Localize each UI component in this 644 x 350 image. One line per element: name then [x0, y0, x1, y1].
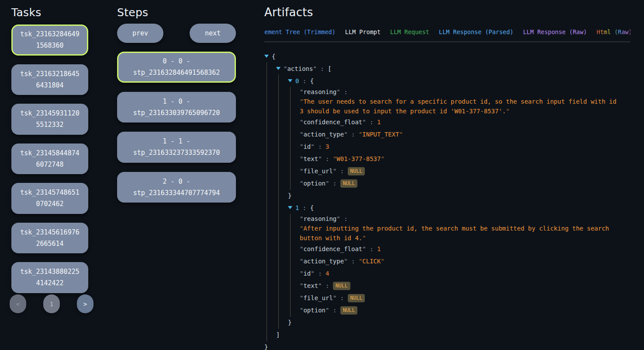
- tab-html-raw[interactable]: Html (Raw): [597, 28, 631, 35]
- step-button[interactable]: 1 - 1 - stp_231633237333592370: [117, 132, 236, 163]
- indent-guide: [264, 214, 276, 224]
- json-colon: :: [329, 307, 340, 314]
- json-quote: ": [333, 168, 336, 175]
- json-line: "file_url" : NULL: [264, 292, 630, 304]
- indent-guide: [288, 224, 300, 233]
- json-line: "option" : NULL: [264, 304, 630, 316]
- indent-guide: [264, 329, 276, 341]
- json-key: file_url: [303, 294, 332, 301]
- indent-guide: [264, 316, 276, 329]
- tasks-pagination: < 1 >: [10, 294, 93, 313]
- json-bracket: {: [272, 53, 275, 60]
- json-key: option: [303, 307, 325, 314]
- json-key: confidence_float: [303, 119, 362, 126]
- step-button[interactable]: 0 - 0 - stp_231632846491568362: [117, 52, 236, 83]
- json-quote: ": [325, 307, 329, 314]
- indent-guide: [276, 189, 288, 202]
- tasks-panel: Tasks tsk_231632846491568360tsk_23163218…: [11, 6, 88, 293]
- json-quote: ": [506, 108, 509, 115]
- indent-guide: [288, 233, 300, 243]
- json-line: 1 : {: [264, 202, 630, 214]
- json-string: CLICK: [362, 258, 381, 265]
- indent-guide: [276, 165, 288, 177]
- json-key: id: [303, 270, 311, 277]
- tab-llm-response-parsed[interactable]: LLM Response (Parsed): [439, 28, 514, 35]
- indent-guide: [288, 255, 300, 267]
- tab-element-tree-trimmed[interactable]: Element Tree (Trimmed): [264, 28, 336, 35]
- json-string: W01-377-8537: [336, 155, 381, 162]
- tab-llm-prompt[interactable]: LLM Prompt: [345, 28, 381, 35]
- json-line: "reasoning" :: [264, 214, 630, 224]
- json-quote: ": [300, 245, 303, 252]
- collapse-arrow-icon[interactable]: [276, 67, 284, 70]
- collapse-arrow-icon[interactable]: [288, 206, 295, 209]
- json-string: INPUT_TEXT: [362, 131, 399, 138]
- json-quote: ": [284, 65, 287, 72]
- indent-guide: [276, 267, 288, 280]
- task-button[interactable]: tsk_231457486510702462: [11, 183, 88, 214]
- task-button[interactable]: tsk_231632186456431804: [11, 64, 88, 95]
- json-index: 1: [295, 204, 299, 211]
- json-quote: ": [362, 119, 366, 126]
- next-step-button[interactable]: next: [190, 24, 236, 43]
- json-colon: :: [366, 119, 377, 126]
- json-quote: ": [325, 180, 329, 187]
- tab-llm-response-raw[interactable]: LLM Response (Raw): [523, 28, 587, 35]
- json-line: "action_type" : "INPUT_TEXT": [264, 128, 630, 140]
- indent-guide: [288, 87, 300, 97]
- json-colon: :: [315, 270, 325, 277]
- indent-guide: [288, 97, 300, 106]
- indent-guide: [264, 224, 276, 233]
- prev-step-button[interactable]: prev: [117, 24, 163, 43]
- json-key: reasoning: [303, 88, 336, 95]
- indent-guide: [276, 316, 288, 329]
- indent-guide: [288, 292, 300, 304]
- json-line: {: [264, 50, 630, 63]
- json-colon: :: [336, 168, 347, 175]
- steps-nav: prev next: [117, 24, 236, 43]
- json-quote: ": [318, 282, 322, 289]
- json-colon: :: [322, 282, 333, 289]
- collapse-arrow-icon[interactable]: [288, 79, 295, 82]
- indent-guide: [264, 255, 276, 267]
- json-bracket: ]: [276, 331, 280, 338]
- indent-guide: [264, 304, 276, 316]
- indent-guide: [264, 153, 276, 165]
- indent-guide: [288, 165, 300, 177]
- prev-page-button[interactable]: <: [10, 294, 26, 313]
- json-key: action_type: [303, 131, 344, 138]
- json-string: 3 should be used to input the product id…: [300, 108, 506, 115]
- indent-guide: [288, 153, 300, 165]
- json-colon: :: [329, 180, 340, 187]
- page-number-button[interactable]: 1: [43, 294, 60, 313]
- json-quote: ": [359, 131, 362, 138]
- tab-llm-request[interactable]: LLM Request: [390, 28, 429, 35]
- indent-guide: [288, 116, 300, 128]
- indent-guide: [264, 165, 276, 177]
- json-quote: ": [344, 258, 347, 265]
- task-button[interactable]: tsk_231456169762665614: [11, 223, 88, 254]
- task-button[interactable]: tsk_231438802254142422: [11, 262, 88, 293]
- json-line: "text" : NULL: [264, 280, 630, 292]
- indent-guide: [264, 87, 276, 97]
- step-button[interactable]: 2 - 0 - stp_231633344707774794: [117, 172, 236, 203]
- json-colon: :: [336, 294, 347, 301]
- json-null-badge: NULL: [348, 167, 365, 175]
- json-quote: ": [300, 225, 303, 232]
- json-null-badge: NULL: [340, 306, 358, 315]
- json-line: "id" : 4: [264, 267, 630, 280]
- indent-guide: [276, 75, 288, 87]
- task-button[interactable]: tsk_231459311205512332: [11, 104, 88, 135]
- json-quote: ": [300, 270, 303, 277]
- json-tree: {"actions" : [0 : {"reasoning" : "The us…: [264, 50, 630, 350]
- step-button[interactable]: 1 - 0 - stp_231633039765096720: [117, 92, 236, 123]
- task-button[interactable]: tsk_231458448746072748: [11, 144, 88, 175]
- steps-title: Steps: [117, 6, 236, 19]
- collapse-arrow-icon[interactable]: [264, 55, 272, 58]
- json-line: "action_type" : "CLICK": [264, 255, 630, 267]
- next-page-button[interactable]: >: [77, 294, 93, 313]
- task-button[interactable]: tsk_231632846491568360: [11, 24, 88, 56]
- step-list: 0 - 0 - stp_2316328464915683621 - 0 - st…: [117, 52, 236, 203]
- json-line: "reasoning" :: [264, 87, 630, 97]
- json-colon: :: [366, 245, 377, 252]
